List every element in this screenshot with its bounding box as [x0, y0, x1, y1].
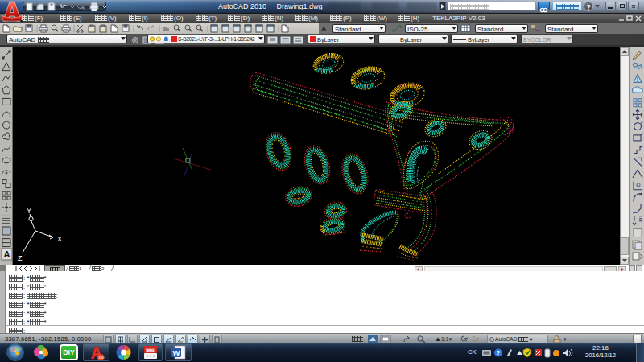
- svg-text:360: 360: [98, 356, 105, 360]
- svg-text:?: ?: [497, 349, 501, 356]
- svg-text:A: A: [3, 249, 10, 259]
- svg-text:369: 369: [146, 348, 155, 353]
- svg-text:X: X: [57, 235, 62, 243]
- svg-text:W: W: [173, 348, 180, 357]
- svg-text:Y: Y: [27, 207, 31, 215]
- svg-text:A: A: [321, 25, 327, 33]
- svg-text:Z: Z: [18, 254, 23, 262]
